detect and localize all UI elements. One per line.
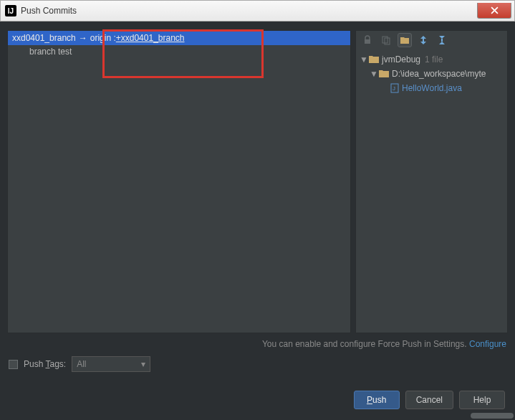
- force-push-hint: You can enable and configure Force Push …: [0, 336, 515, 353]
- help-button[interactable]: Help: [459, 391, 505, 409]
- dialog-buttons: Push Cancel Help: [0, 375, 515, 418]
- tree-root-count: 1 file: [425, 54, 443, 65]
- file-icon: J: [390, 83, 399, 93]
- configure-link[interactable]: Configure: [469, 339, 506, 349]
- hint-text: You can enable and configure Force Push …: [262, 339, 469, 349]
- expand-all-icon[interactable]: [416, 33, 430, 47]
- push-tags-row: Push Tags: All ▾: [0, 353, 515, 375]
- svg-text:J: J: [393, 85, 395, 92]
- tree-root[interactable]: ▼ jvmDebug 1 file: [360, 52, 503, 67]
- svg-rect-0: [365, 39, 370, 44]
- window-title: Push Commits: [21, 6, 477, 16]
- close-button[interactable]: [477, 3, 511, 19]
- commits-panel: xxd0401_branch → origin : +xxd0401_branc…: [7, 30, 351, 333]
- cancel-button[interactable]: Cancel: [405, 391, 453, 409]
- chevron-down-icon: ▾: [141, 359, 145, 369]
- tree-root-label: jvmDebug: [382, 54, 420, 65]
- caret-down-icon[interactable]: ▼: [370, 69, 377, 79]
- close-icon: [491, 6, 499, 14]
- copy-icon: [379, 33, 393, 47]
- arrow-icon: →: [79, 33, 87, 43]
- group-by-directory-icon[interactable]: [398, 33, 412, 47]
- tree-file-label: HelloWorld.java: [402, 83, 462, 93]
- app-icon: IJ: [5, 5, 16, 16]
- push-tags-combo[interactable]: All ▾: [72, 356, 150, 372]
- svg-rect-3: [423, 39, 424, 42]
- tree-path[interactable]: ▼ D:\idea_workspace\myte: [360, 67, 503, 81]
- files-panel: ▼ jvmDebug 1 file ▼ D:\idea_workspace\my…: [355, 30, 508, 333]
- push-tags-label: Push Tags:: [24, 359, 66, 369]
- svg-rect-4: [441, 39, 443, 42]
- push-button[interactable]: Push: [354, 391, 400, 409]
- files-toolbar: [356, 31, 507, 49]
- horizontal-scrollbar[interactable]: [471, 413, 514, 419]
- lock-icon: [360, 33, 375, 47]
- file-tree: ▼ jvmDebug 1 file ▼ D:\idea_workspace\my…: [356, 49, 507, 333]
- combo-value: All: [77, 359, 86, 369]
- folder-icon: [379, 70, 389, 78]
- local-branch-label: xxd0401_branch: [12, 33, 76, 43]
- branch-row[interactable]: xxd0401_branch → origin : +xxd0401_branc…: [8, 31, 350, 45]
- caret-down-icon[interactable]: ▼: [360, 54, 367, 65]
- tree-file[interactable]: J HelloWorld.java: [360, 81, 503, 95]
- tree-path-label: D:\idea_workspace\myte: [392, 69, 486, 79]
- folder-icon: [369, 55, 379, 64]
- title-bar: IJ Push Commits: [0, 0, 515, 22]
- collapse-all-icon[interactable]: [435, 33, 449, 47]
- remote-branch-label[interactable]: +xxd0401_branch: [116, 33, 185, 43]
- remote-prefix: origin :: [90, 33, 116, 43]
- push-tags-checkbox[interactable]: [9, 360, 18, 369]
- commit-row[interactable]: branch test: [8, 45, 350, 57]
